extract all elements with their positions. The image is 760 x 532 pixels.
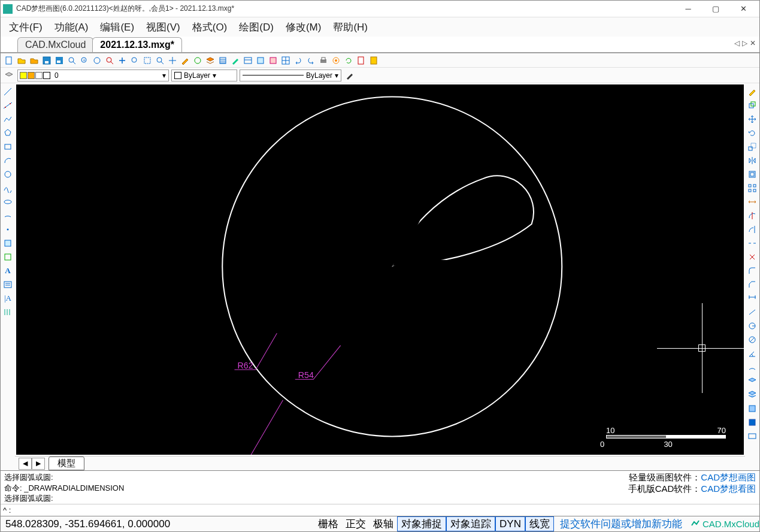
- print-icon[interactable]: [317, 55, 329, 66]
- new-file-icon[interactable]: [3, 55, 15, 66]
- dim-arc-icon[interactable]: [746, 361, 758, 373]
- fillet-icon[interactable]: [746, 265, 758, 277]
- layers4-icon[interactable]: [746, 403, 758, 415]
- brush-icon[interactable]: [179, 55, 191, 66]
- layer-manager-icon[interactable]: [3, 69, 15, 81]
- menu-format[interactable]: 格式(O): [187, 19, 232, 35]
- dim-angular-icon[interactable]: [746, 347, 758, 359]
- ellipse-arc-icon[interactable]: [2, 210, 14, 222]
- text-icon[interactable]: A: [2, 265, 14, 277]
- explode-icon[interactable]: [746, 251, 758, 263]
- toggle-lineweight[interactable]: 线宽: [525, 516, 554, 531]
- paint-icon[interactable]: [229, 55, 241, 66]
- insert-block-icon[interactable]: [2, 237, 14, 249]
- tab-nav-next[interactable]: ▶: [32, 458, 45, 470]
- match-properties-icon[interactable]: [344, 69, 356, 81]
- doc-tab-current[interactable]: 2021.12.13.mxg*: [92, 37, 182, 52]
- cursor-icon[interactable]: [166, 55, 178, 66]
- drawing-canvas[interactable]: R18 R62 R54 Y X: [16, 84, 744, 455]
- tab-prev-icon[interactable]: ◁: [734, 39, 740, 47]
- spline-icon[interactable]: [2, 182, 14, 194]
- make-block-icon[interactable]: [2, 251, 14, 263]
- offset-icon[interactable]: [746, 168, 758, 180]
- toggle-polar[interactable]: 极轴: [370, 516, 397, 531]
- model-space-tab[interactable]: 模型: [49, 457, 84, 470]
- menu-modify[interactable]: 修改(M): [281, 19, 326, 35]
- insert-icon[interactable]: [267, 55, 279, 66]
- layers-icon[interactable]: [204, 55, 216, 66]
- move-icon[interactable]: [746, 113, 758, 125]
- mirror-icon[interactable]: [746, 155, 758, 167]
- rectangle-icon[interactable]: [2, 141, 14, 153]
- find-icon[interactable]: [154, 55, 166, 66]
- layers3-icon[interactable]: [746, 389, 758, 401]
- erase-icon[interactable]: [746, 86, 758, 98]
- stretch-icon[interactable]: [746, 196, 758, 208]
- layers5-icon[interactable]: [746, 416, 758, 428]
- menu-function[interactable]: 功能(A): [50, 19, 93, 35]
- layers6-icon[interactable]: [746, 430, 758, 442]
- break-icon[interactable]: [746, 237, 758, 249]
- maximize-button[interactable]: ▢: [702, 1, 729, 17]
- dim-linear-icon[interactable]: [746, 292, 758, 304]
- polygon-icon[interactable]: [2, 127, 14, 139]
- line-icon[interactable]: [2, 86, 14, 98]
- toggle-dyn[interactable]: DYN: [495, 516, 525, 531]
- point-icon[interactable]: [2, 223, 14, 235]
- doc-tab-cloud[interactable]: CAD.MxCloud: [17, 37, 93, 52]
- toggle-osnap[interactable]: 对象捕捉: [397, 516, 446, 531]
- toggle-otrack[interactable]: 对象追踪: [446, 516, 495, 531]
- dim-aligned-icon[interactable]: [746, 306, 758, 318]
- mtext-icon[interactable]: [2, 279, 14, 291]
- minimize-button[interactable]: ─: [674, 1, 702, 17]
- settings-icon[interactable]: [330, 55, 342, 66]
- command-input-row[interactable]: ^ :: [1, 504, 759, 516]
- dim-radius-icon[interactable]: [746, 320, 758, 332]
- menu-file[interactable]: 文件(F): [4, 19, 47, 35]
- hatch-icon[interactable]: [217, 55, 229, 66]
- scale-icon[interactable]: [746, 141, 758, 153]
- tab-close-icon[interactable]: ✕: [750, 39, 756, 47]
- rotate-icon[interactable]: [746, 127, 758, 139]
- block-icon[interactable]: [255, 55, 267, 66]
- menu-view[interactable]: 视图(V): [141, 19, 185, 35]
- menu-edit[interactable]: 编辑(E): [95, 19, 139, 35]
- polyline-icon[interactable]: [2, 113, 14, 125]
- table-icon[interactable]: [242, 55, 254, 66]
- extend-icon[interactable]: [746, 223, 758, 235]
- construction-line-icon[interactable]: [2, 99, 14, 111]
- spreadsheet-icon[interactable]: [280, 55, 292, 66]
- help-icon[interactable]: [368, 55, 380, 66]
- save-icon[interactable]: [41, 55, 53, 66]
- layer-selector[interactable]: 0 ▾: [17, 69, 169, 81]
- circle-icon[interactable]: [2, 168, 14, 180]
- properties-icon[interactable]: [192, 55, 204, 66]
- regen-icon[interactable]: [141, 55, 153, 66]
- trim-icon[interactable]: [746, 210, 758, 222]
- zoom-previous-icon[interactable]: [104, 55, 116, 66]
- zoom-in-icon[interactable]: +: [78, 55, 90, 66]
- refresh-icon[interactable]: [343, 55, 355, 66]
- dim-diameter-icon[interactable]: [746, 334, 758, 346]
- linetype-selector[interactable]: ByLayer ▾: [240, 69, 341, 81]
- toggle-grid[interactable]: 栅格: [314, 516, 342, 531]
- tab-next-icon[interactable]: ▷: [742, 39, 747, 47]
- array-icon[interactable]: [746, 182, 758, 194]
- zoom-window-icon[interactable]: [66, 55, 78, 66]
- hatch-tool-icon[interactable]: [2, 306, 14, 318]
- tab-nav-prev[interactable]: ◀: [19, 458, 32, 470]
- arc-icon[interactable]: [2, 155, 14, 167]
- save-as-icon[interactable]: [53, 55, 65, 66]
- dimension-text-icon[interactable]: |A: [2, 292, 14, 304]
- layers2-icon[interactable]: [746, 375, 758, 387]
- color-selector[interactable]: ByLayer ▾: [171, 69, 237, 81]
- open-file-icon[interactable]: [16, 55, 28, 66]
- redo-icon[interactable]: [305, 55, 317, 66]
- ellipse-icon[interactable]: [2, 196, 14, 208]
- undo-icon[interactable]: [292, 55, 304, 66]
- feedback-link[interactable]: 提交软件问题或增加新功能: [556, 517, 686, 531]
- copy-icon[interactable]: [746, 99, 758, 111]
- menu-draw[interactable]: 绘图(D): [234, 19, 278, 35]
- menu-help[interactable]: 帮助(H): [328, 19, 373, 35]
- export-pdf-icon[interactable]: [355, 55, 367, 66]
